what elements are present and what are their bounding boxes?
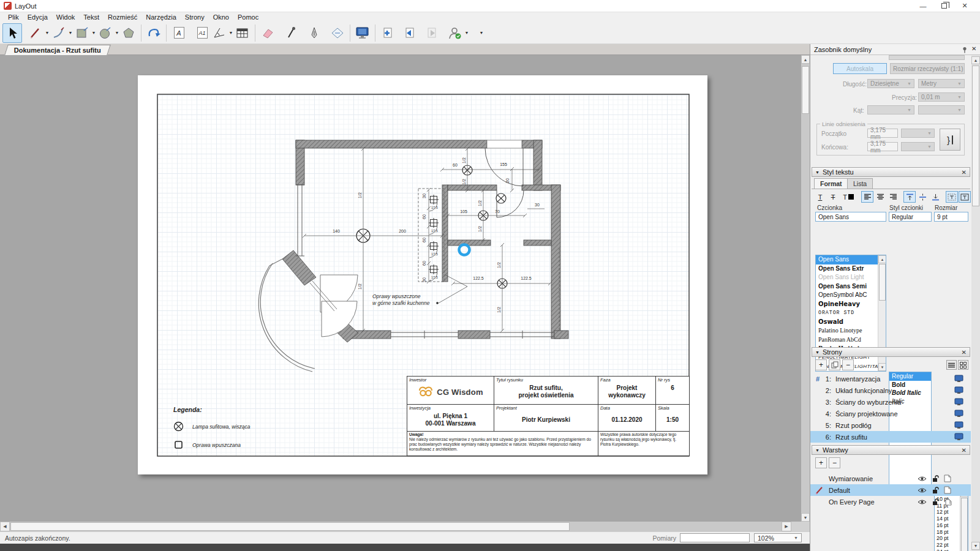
tray-scroll-thumb[interactable] [972,66,979,206]
length-units-select[interactable]: Metry▼ [918,79,965,88]
tray-scrollbar[interactable]: ▲ ▼ [971,55,980,551]
align-right-button[interactable] [887,191,899,203]
eraser-tool-button[interactable] [259,24,276,42]
page-row[interactable]: 5:Rzut podłóg [810,419,971,431]
menu-widok[interactable]: Widok [52,13,80,21]
font-style-input[interactable]: Regular [889,212,932,222]
page-row-selected[interactable]: 6:Rzut sufitu [810,431,971,443]
page-monitor-icon[interactable] [954,410,963,418]
font-list-item[interactable]: Orator Std [816,309,878,318]
tab-format[interactable]: Format [814,178,848,189]
underline-button[interactable]: T [814,191,826,203]
drawing-canvas[interactable]: 140 200 60 155 20 30 105 70 122.5 122.5 … [0,55,801,522]
text-box-unbounded-button[interactable] [946,191,958,203]
anchor-bottom-button[interactable] [929,191,941,203]
page-row[interactable]: 2:Układ funkcjonalny [810,384,971,396]
polygon-tool-button[interactable] [120,24,137,42]
tray-scroll-down[interactable]: ▼ [971,542,980,550]
line-tool-button[interactable] [27,24,44,42]
page-row[interactable]: 3:Ściany do wyburzenia [810,396,971,408]
scroll-right-button[interactable]: ▶ [782,522,791,531]
font-list-item[interactable]: Oswald [816,318,878,327]
delete-layer-button[interactable]: − [829,457,840,468]
font-list-item[interactable]: Open Sans Light [816,273,878,282]
reference-line-style-button[interactable]: } [940,129,960,151]
anchor-middle-button[interactable] [916,191,929,203]
account-dropdown[interactable]: ▼ [464,24,470,42]
align-left-button[interactable] [861,191,873,203]
precision-select[interactable]: 0,01 m▼ [918,92,965,102]
toolbar-customize-dropdown[interactable]: ▼ [478,24,484,42]
circle-tool-button[interactable] [97,24,114,42]
paper-sheet[interactable]: 140 200 60 155 20 30 105 70 122.5 122.5 … [138,75,707,474]
rectangle-tool-button[interactable] [74,24,91,42]
previous-page-button[interactable] [401,24,418,42]
menu-rozmiesc[interactable]: Rozmieść [104,13,141,21]
page-row[interactable]: 4:Ściany projektowane [810,408,971,419]
clipped-dropdown[interactable] [889,55,965,60]
tray-scroll-up[interactable]: ▲ [971,56,980,64]
glue-tool-button[interactable] [329,24,346,42]
scroll-up-button[interactable]: ▲ [801,55,810,64]
font-list-item[interactable]: Open Sans [816,255,878,264]
angle-tool-dropdown[interactable]: ▼ [228,24,234,42]
start-style-select[interactable]: ▼ [901,129,935,138]
account-button[interactable] [447,24,464,42]
page-monitor-icon[interactable] [954,375,963,383]
length-format-select[interactable]: Dziesiętne▼ [867,79,914,88]
layers-panel-header[interactable]: ▼ Warstwy ✕ [812,445,970,455]
text-box-bounded-button[interactable] [959,191,971,203]
scale-select[interactable]: Rozmiar rzeczywisty (1:1)▼ [890,63,965,74]
font-input[interactable]: Open Sans [815,212,886,222]
unlock-icon[interactable] [932,475,939,482]
style-eyedropper-button[interactable] [282,24,300,42]
document-tab[interactable]: Dokumentacja - Rzut sufitu [4,45,110,55]
minimize-button[interactable]: — [913,0,933,12]
unlock-icon[interactable] [932,498,939,506]
line-tool-dropdown[interactable]: ▼ [44,24,50,42]
autoscale-button[interactable]: Autoskala [833,63,887,74]
hscroll-thumb[interactable] [10,522,570,531]
font-scroll-down[interactable]: ▼ [878,363,886,371]
menu-pomoc[interactable]: Pomoc [233,13,263,21]
align-center-button[interactable] [874,191,886,203]
angle-precision-select[interactable]: ▼ [918,105,965,114]
page-icon[interactable] [944,474,951,482]
grid-view-button[interactable] [958,360,968,370]
circle-tool-dropdown[interactable]: ▼ [114,24,120,42]
page-row[interactable]: # 1:Inwentaryzacja [810,373,971,384]
size-list-item[interactable]: 24 pt [935,549,960,551]
menu-plik[interactable]: Plik [4,13,23,21]
angle-format-select[interactable]: ▼ [867,105,914,114]
duplicate-page-button[interactable] [829,359,840,370]
panel-close-icon[interactable]: ✕ [962,447,967,454]
end-value-field[interactable]: 3,175 mm [867,142,898,151]
angle-tool-button[interactable] [211,24,228,42]
scroll-left-button[interactable]: ◀ [0,522,10,531]
font-list-item[interactable]: Open Sans Extr [816,264,878,274]
canvas-vertical-scrollbar[interactable]: ▲ ▼ [801,55,810,522]
menu-okno[interactable]: Okno [209,13,233,21]
unlock-icon[interactable] [932,487,939,494]
size-list-item[interactable]: 22 pt [935,542,960,549]
font-list-item[interactable]: OpenSymbol AbC [816,291,878,300]
close-button[interactable]: ✕ [954,0,975,12]
font-list-item[interactable]: Open Sans Semi [816,282,878,291]
eye-icon[interactable] [918,487,927,493]
scroll-down-button[interactable]: ▼ [801,513,810,522]
label-tool-button[interactable]: A1 [194,24,211,42]
font-list-item[interactable]: Palatino Linotype [816,326,878,335]
add-page-button[interactable] [379,24,396,42]
font-size-input[interactable]: 9 pt [934,212,968,222]
font-list-item[interactable]: PanRoman AbCd [816,335,878,345]
page-monitor-icon[interactable] [954,398,963,406]
page-monitor-icon[interactable] [954,386,963,394]
next-page-button[interactable] [423,24,440,42]
menu-edycja[interactable]: Edycja [23,13,52,21]
page-icon[interactable] [944,486,951,494]
size-list-item[interactable]: 16 pt [935,522,960,529]
font-scroll-thumb[interactable] [879,264,886,301]
arc-tool-dropdown[interactable]: ▼ [67,24,74,42]
size-list-item[interactable]: 12 pt [935,509,960,515]
pages-panel-header[interactable]: ▼ Strony ✕ [812,347,970,357]
